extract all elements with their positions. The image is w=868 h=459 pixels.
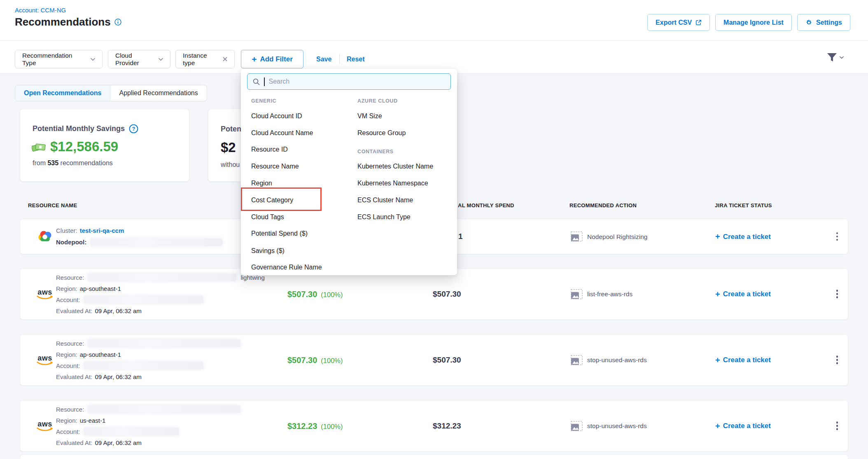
evaluated-at-value: 09 Apr, 06:32 am (95, 371, 141, 382)
filter-option-ecs-launch-type[interactable]: ECS Launch Type (357, 213, 411, 221)
table-row[interactable]: aws Resource: Region: ap-southeast-1 Acc… (20, 334, 848, 386)
savings-percent: (100%) (321, 422, 343, 430)
add-filter-button[interactable]: + Add Filter (241, 50, 303, 68)
filter-option-kubernetes-namespace[interactable]: Kubernetes Namespace (357, 180, 428, 187)
table-row[interactable] (20, 454, 848, 459)
export-csv-button[interactable]: Export CSV (647, 14, 710, 31)
gcp-logo-icon (35, 230, 54, 244)
table-row[interactable]: aws Resource: lightwing Region: ap-south… (20, 268, 848, 320)
account-label: Account: (56, 426, 80, 437)
row-menu-button[interactable] (831, 287, 843, 301)
redacted-text (88, 405, 240, 413)
title-row: Recommendations (15, 16, 121, 28)
filter-option-vm-size[interactable]: VM Size (357, 112, 382, 120)
recommended-action-cell: stop-unused-aws-rds (571, 355, 647, 365)
search-icon (253, 78, 260, 85)
spend-card-title-fragment: Poten (221, 125, 241, 133)
column-header-total-monthly-spend: AL MONTHLY SPEND (458, 202, 514, 208)
filter-option-governance-rule-name[interactable]: Governance Rule Name (251, 264, 322, 271)
filter-option-resource-id[interactable]: Resource ID (251, 146, 288, 153)
row-menu-button[interactable] (831, 230, 843, 244)
tab-applied-recommendations[interactable]: Applied Recommendations (110, 85, 206, 101)
evaluated-at-label: Evaluated At: (56, 437, 92, 448)
evaluated-at-value: 09 Apr, 06:32 am (95, 305, 141, 316)
filter-chip-instance-type[interactable]: Instance type (175, 50, 235, 68)
monthly-savings-cell: $312.23 (100%) (287, 421, 343, 431)
row-menu-button[interactable] (831, 353, 843, 367)
savings-sub-prefix: from (33, 159, 46, 166)
chevron-down-icon (91, 58, 95, 61)
search-input[interactable] (269, 78, 446, 85)
spend-card-title: Poten (221, 125, 241, 133)
region-value: ap-southeast-1 (80, 283, 121, 294)
region-value: us-east-1 (80, 415, 106, 426)
cost-category-highlight-annotation (241, 187, 322, 211)
reset-filter-link[interactable]: Reset (347, 50, 365, 68)
help-icon[interactable]: ? (129, 124, 138, 133)
monthly-spend-value: $507.30 (433, 356, 461, 365)
filter-option-cloud-tags[interactable]: Cloud Tags (251, 213, 284, 221)
filter-option-resource-name[interactable]: Resource Name (251, 163, 299, 170)
row-menu-button[interactable] (831, 419, 843, 433)
filter-option-ecs-cluster-name[interactable]: ECS Cluster Name (357, 197, 413, 204)
resource-details: Resource: Region: ap-southeast-1 Account… (56, 338, 240, 382)
savings-amount: $12,586.59 (50, 139, 118, 155)
manage-ignore-list-button[interactable]: Manage Ignore List (715, 14, 792, 31)
create-ticket-link[interactable]: + Create a ticket (715, 421, 771, 431)
svg-text:?: ? (132, 126, 135, 132)
save-filter-link[interactable]: Save (316, 50, 331, 68)
redacted-text (88, 340, 240, 347)
filter-panel-toggle[interactable] (827, 53, 844, 62)
breadcrumb[interactable]: Account: CCM-NG (15, 7, 66, 14)
resource-details: Cluster: test-sri-qa-ccm Nodepool: (56, 225, 222, 248)
evaluated-at-value: 09 Apr, 06:32 am (95, 437, 141, 448)
money-icon (32, 141, 47, 152)
filter-option-savings[interactable]: Savings ($) (251, 247, 285, 255)
filter-option-cloud-account-id[interactable]: Cloud Account ID (251, 112, 302, 120)
filter-chip-recommendation-type[interactable]: Recommendation Type (15, 50, 103, 68)
chevron-down-icon (159, 58, 163, 61)
recommended-action-label: list-free-aws-rds (587, 290, 632, 298)
filter-chip-cloud-provider[interactable]: Cloud Provider (108, 50, 170, 68)
gear-icon (805, 19, 812, 26)
filter-option-resource-group[interactable]: Resource Group (357, 129, 406, 137)
savings-percent: (100%) (321, 356, 343, 364)
tab-open-recommendations[interactable]: Open Recommendations (15, 85, 110, 101)
broken-image-icon (571, 232, 583, 242)
spend-amount-row: $2 (221, 140, 236, 155)
filter-links-divider (339, 54, 340, 64)
export-csv-label: Export CSV (656, 19, 692, 26)
settings-button[interactable]: Settings (797, 14, 850, 31)
page-title: Recommendations (15, 16, 111, 28)
create-ticket-link[interactable]: + Create a ticket (715, 289, 771, 299)
plus-icon: + (715, 289, 720, 299)
filter-option-kubernetes-cluster-name[interactable]: Kubernetes Cluster Name (357, 163, 433, 170)
cluster-link[interactable]: test-sri-qa-ccm (80, 225, 124, 237)
recommendations-tabs: Open Recommendations Applied Recommendat… (15, 85, 207, 101)
filter-option-potential-spend[interactable]: Potential Spend ($) (251, 230, 308, 237)
filter-option-cloud-account-name[interactable]: Cloud Account Name (251, 129, 313, 137)
settings-label: Settings (816, 19, 842, 26)
create-ticket-label: Create a ticket (723, 356, 771, 364)
redacted-text (84, 296, 203, 303)
manage-ignore-list-label: Manage Ignore List (723, 19, 784, 26)
table-row[interactable]: aws Resource: Region: us-east-1 Account:… (20, 400, 848, 452)
close-icon[interactable] (223, 57, 227, 61)
column-header-recommended-action: RECOMMENDED ACTION (569, 202, 637, 208)
chip-label: Cloud Provider (115, 52, 154, 67)
aws-logo-icon: aws (35, 354, 54, 365)
aws-logo-text: aws (37, 354, 52, 361)
filter-option-region[interactable]: Region (251, 180, 272, 187)
create-ticket-link[interactable]: + Create a ticket (715, 232, 771, 241)
create-ticket-link[interactable]: + Create a ticket (715, 355, 771, 365)
column-header-jira-ticket-status: JIRA TICKET STATUS (715, 202, 772, 208)
monthly-savings-cell: $507.30 (100%) (287, 289, 343, 299)
header-divider (0, 40, 868, 41)
funnel-icon (827, 53, 837, 62)
aws-logo-text: aws (37, 420, 52, 427)
chip-label: Recommendation Type (22, 52, 86, 67)
dropdown-search[interactable] (247, 73, 451, 90)
savings-amount-row: $12,586.59 (32, 139, 118, 155)
info-icon[interactable] (114, 19, 121, 26)
evaluated-at-label: Evaluated At: (56, 305, 92, 316)
